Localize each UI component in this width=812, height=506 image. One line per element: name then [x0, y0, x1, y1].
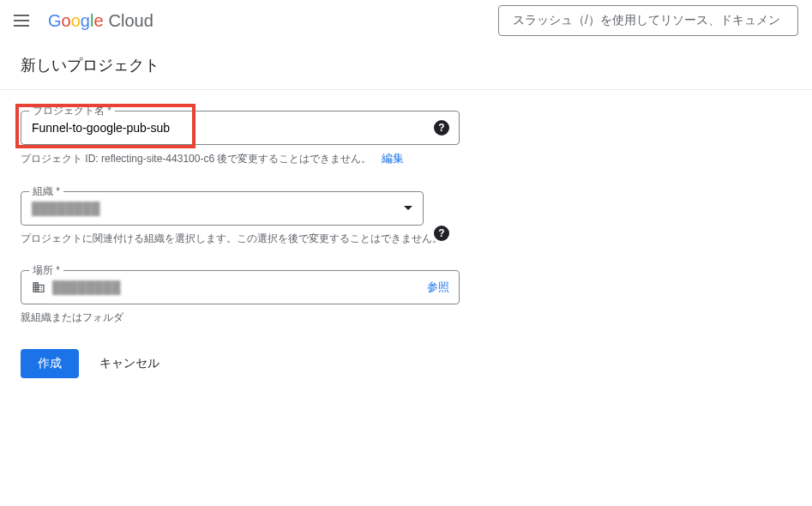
location-input[interactable]: ████████ [21, 270, 460, 304]
project-id-helper: プロジェクト ID: reflecting-site-443100-c6 後で変… [21, 150, 460, 167]
edit-project-id-link[interactable]: 編集 [382, 152, 404, 165]
organization-field-group: 組織 * ████████ ? プロジェクトに関連付ける組織を選択します。この選… [21, 191, 460, 246]
organization-label: 組織 * [29, 184, 63, 199]
chevron-down-icon [404, 206, 412, 210]
logo-cloud-text: Cloud [109, 11, 153, 31]
new-project-form: プロジェクト名 * ? プロジェクト ID: reflecting-site-4… [0, 90, 480, 399]
location-label: 場所 * [29, 263, 63, 278]
location-helper: 親組織またはフォルダ [21, 310, 460, 325]
organization-helper: プロジェクトに関連付ける組織を選択します。この選択を後で変更することはできません… [21, 231, 460, 246]
project-name-label: プロジェクト名 * [29, 104, 115, 118]
hamburger-menu-icon[interactable] [14, 10, 34, 31]
location-value: ████████ [52, 280, 120, 294]
organization-select[interactable]: ████████ [21, 191, 424, 226]
create-button[interactable]: 作成 [21, 349, 79, 378]
cancel-button[interactable]: キャンセル [99, 356, 159, 371]
search-placeholder: スラッシュ（/）を使用してリソース、ドキュメン [513, 13, 780, 28]
location-field-group: 場所 * ████████ 参照 親組織またはフォルダ [21, 270, 460, 325]
organization-value: ████████ [32, 202, 99, 215]
action-buttons: 作成 キャンセル [21, 349, 460, 378]
google-cloud-logo[interactable]: Google Cloud [48, 11, 153, 31]
header: Google Cloud スラッシュ（/）を使用してリソース、ドキュメン [0, 0, 812, 41]
browse-link[interactable]: 参照 [427, 280, 449, 295]
project-name-field-group: プロジェクト名 * ? プロジェクト ID: reflecting-site-4… [21, 111, 460, 167]
help-icon[interactable]: ? [434, 120, 449, 136]
organization-icon [32, 280, 45, 294]
search-input[interactable]: スラッシュ（/）を使用してリソース、ドキュメン [498, 5, 798, 36]
page-title: 新しいプロジェクト [0, 41, 812, 90]
help-icon[interactable]: ? [434, 226, 449, 241]
